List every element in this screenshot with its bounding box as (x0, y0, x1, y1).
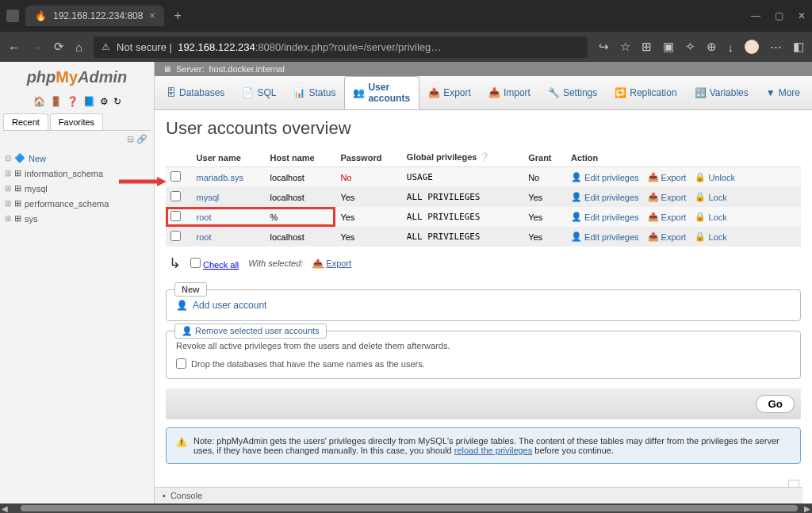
checkall-link[interactable]: Check all (203, 260, 239, 270)
console-bar[interactable]: ▪ Console (155, 487, 802, 503)
extensions-icon[interactable]: ⊞ (642, 40, 652, 54)
export-icon: 📤 (648, 172, 659, 182)
export-user-link[interactable]: 📤Export (648, 212, 687, 222)
scrollbar-thumb[interactable] (21, 505, 798, 511)
row-checkbox[interactable] (170, 211, 181, 221)
favorite-icon[interactable]: ☆ (620, 40, 630, 54)
export-selected-link[interactable]: 📤Export (312, 258, 351, 269)
recent-tab[interactable]: Recent (3, 113, 48, 130)
row-checkbox[interactable] (170, 171, 181, 182)
user-link[interactable]: root (197, 212, 212, 222)
reload-icon[interactable]: ↻ (113, 96, 121, 107)
back-button[interactable]: ← (8, 40, 20, 54)
logout-icon[interactable]: 🚪 (50, 96, 62, 107)
logo: phpMyAdmin (0, 62, 154, 93)
export-user-link[interactable]: 📤Export (648, 172, 687, 182)
tab-users[interactable]: 👥User accounts (344, 76, 419, 109)
help-icon[interactable]: ❔ (479, 152, 490, 162)
new-label: New (29, 154, 46, 163)
scroll-right-icon[interactable]: ▶ (802, 504, 812, 513)
forward-button[interactable]: → (31, 40, 43, 54)
database-tree: ⊟ 🔷 New ⊞⊞information_schema ⊞⊞mysql ⊞⊞p… (0, 147, 154, 229)
note-text-after: before you continue. (532, 446, 614, 455)
export-icon: 📤 (312, 258, 324, 269)
lock-user-link[interactable]: 🔒Lock (695, 192, 726, 202)
password-cell: Yes (335, 187, 401, 207)
export-user-link[interactable]: 📤Export (648, 192, 687, 202)
export-icon: 📤 (648, 232, 659, 242)
home-icon[interactable]: 🏠 (33, 96, 45, 107)
edit-privileges-link[interactable]: 👤Edit privileges (571, 232, 638, 242)
url-input[interactable]: ⚠ Not secure | 192.168.122.234:8080/inde… (94, 36, 587, 58)
settings-icon[interactable]: ⚙ (100, 96, 109, 107)
checkall-label[interactable]: Check all (190, 258, 239, 270)
drop-db-option[interactable]: Drop the databases that have the same na… (176, 358, 791, 369)
reading-icon[interactable]: ✧ (685, 40, 695, 54)
scroll-left-icon[interactable]: ◀ (0, 504, 10, 513)
db-label: performance_schema (25, 199, 109, 209)
edit-privileges-link[interactable]: 👤Edit privileges (571, 192, 638, 202)
lock-user-link[interactable]: 🔒Unlock (695, 172, 735, 182)
db-label: mysql (25, 184, 48, 193)
host-cell: localhost (265, 227, 335, 247)
home-button[interactable]: ⌂ (75, 40, 82, 54)
drop-db-checkbox[interactable] (176, 358, 186, 369)
collapse-icon[interactable]: ⊟ (127, 134, 134, 144)
minimize-icon[interactable]: — (751, 10, 760, 21)
new-tab-button[interactable]: + (174, 9, 181, 23)
user-link[interactable]: mysql (197, 193, 220, 202)
close-window-icon[interactable]: ✕ (798, 10, 806, 21)
link-icon[interactable]: 🔗 (136, 134, 147, 144)
lock-user-link[interactable]: 🔒Lock (695, 232, 726, 242)
remove-legend[interactable]: 👤 Remove selected user accounts (174, 323, 327, 339)
arrow-up-icon: ↳ (169, 255, 181, 272)
tab-variables[interactable]: 🔣Variables (686, 76, 757, 109)
db-information-schema[interactable]: ⊞⊞information_schema (3, 166, 151, 181)
row-checkbox[interactable] (170, 191, 181, 201)
addon-icon[interactable]: ⊕ (707, 40, 717, 54)
console-icon: ▪ (163, 491, 166, 500)
checkall-checkbox[interactable] (190, 258, 201, 268)
new-database-link[interactable]: ⊟ 🔷 New (3, 151, 151, 166)
server-link[interactable]: host.docker.internal (209, 64, 284, 74)
user-link[interactable]: mariadb.sys (197, 173, 243, 182)
browser-tab[interactable]: 🔥 192.168.122.234:808 × (25, 6, 164, 26)
favicon: 🔥 (35, 10, 47, 21)
profile-avatar[interactable] (745, 40, 759, 54)
db-sys[interactable]: ⊞⊞sys (3, 211, 151, 226)
docs-icon[interactable]: ❓ (67, 96, 79, 107)
favorites-tab[interactable]: Favorites (50, 113, 103, 130)
user-link[interactable]: root (197, 232, 212, 242)
tab-databases[interactable]: 🗄Databases (158, 76, 233, 109)
address-bar: ← → ⟳ ⌂ ⚠ Not secure | 192.168.122.234:8… (0, 32, 812, 62)
edit-privileges-link[interactable]: 👤Edit privileges (571, 212, 638, 222)
add-user-link[interactable]: 👤 Add user account (176, 300, 791, 311)
sql-icon[interactable]: 📘 (83, 96, 95, 107)
tab-import[interactable]: 📥Import (480, 76, 539, 109)
lock-user-link[interactable]: 🔒Lock (695, 212, 726, 222)
download-icon[interactable]: ↓ (728, 40, 734, 54)
tab-settings[interactable]: 🔧Settings (539, 76, 606, 109)
horizontal-scrollbar[interactable]: ◀ ▶ (0, 503, 812, 513)
sidebar-toggle-icon[interactable]: ◧ (793, 40, 804, 54)
db-performance-schema[interactable]: ⊞⊞performance_schema (3, 196, 151, 211)
go-button[interactable]: Go (756, 395, 795, 413)
tab-replication[interactable]: 🔁Replication (606, 76, 685, 109)
collections-icon[interactable]: ▣ (663, 40, 674, 54)
col-checkbox (166, 148, 192, 167)
tab-export[interactable]: 📤Export (419, 76, 480, 109)
close-tab-icon[interactable]: × (149, 10, 155, 21)
share-icon[interactable]: ↪ (599, 40, 609, 54)
menu-icon[interactable]: ⋯ (770, 40, 782, 54)
db-mysql[interactable]: ⊞⊞mysql (3, 181, 151, 196)
row-checkbox[interactable] (170, 231, 181, 241)
maximize-icon[interactable]: ▢ (775, 10, 783, 21)
grant-cell: Yes (523, 207, 566, 227)
reload-privileges-link[interactable]: reload the privileges (454, 446, 532, 455)
tab-sql[interactable]: 📄SQL (233, 76, 285, 109)
refresh-button[interactable]: ⟳ (54, 40, 64, 54)
export-user-link[interactable]: 📤Export (648, 232, 687, 242)
edit-privileges-link[interactable]: 👤Edit privileges (571, 172, 638, 182)
tab-status[interactable]: 📊Status (285, 76, 344, 109)
tab-more[interactable]: ▼More (757, 76, 809, 109)
